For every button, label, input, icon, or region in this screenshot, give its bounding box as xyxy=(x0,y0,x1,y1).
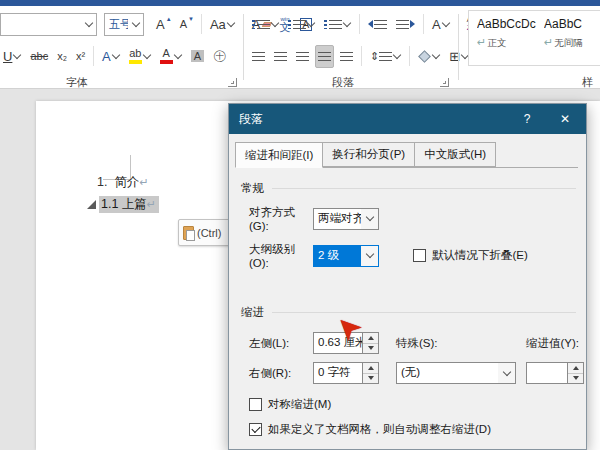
styles-gallery: AaBbCcDc ↵正文 AaBbC ↵无间隔 xyxy=(468,10,600,66)
section-general: 常规 xyxy=(241,181,576,196)
indent-right-label: 右侧(R): xyxy=(249,366,313,381)
align-left-button[interactable] xyxy=(249,45,268,68)
dialog-tabs: 缩进和间距(I) 换行和分页(P) 中文版式(H) xyxy=(235,142,578,168)
special-label: 特殊(S): xyxy=(396,336,516,351)
font-color-button[interactable]: A xyxy=(157,45,185,68)
tab-line-and-page-breaks[interactable]: 换行和分页(P) xyxy=(322,142,415,167)
decrease-indent-icon xyxy=(368,20,373,28)
clipboard-icon xyxy=(183,226,194,240)
align-right-button[interactable] xyxy=(293,45,312,68)
list-number: 1. xyxy=(97,175,107,189)
dialog-titlebar[interactable]: 段落 ? ✕ xyxy=(229,104,586,134)
spin-down[interactable] xyxy=(363,373,378,384)
justify-button[interactable] xyxy=(315,45,334,68)
multilevel-list-button[interactable] xyxy=(321,13,354,36)
tab-indents-and-spacing[interactable]: 缩进和间距(I) xyxy=(235,142,323,168)
special-dropdown[interactable]: (无) xyxy=(396,362,516,384)
pilcrow-icon: ↵ xyxy=(544,36,553,48)
indent-right-spinner[interactable]: 0 字符 xyxy=(313,362,379,384)
group-divider xyxy=(243,14,244,80)
heading-text: 简介 xyxy=(114,175,139,189)
chevron-down-icon[interactable] xyxy=(361,209,378,229)
indent-left-label: 左侧(L): xyxy=(249,336,313,351)
font-size-value: 五号 xyxy=(105,17,128,32)
text-highlight-button[interactable]: ab xyxy=(126,45,154,68)
mirror-indents-checkbox[interactable]: 对称缩进(M) xyxy=(249,397,576,412)
document-line-1: 1.简介↵ xyxy=(97,174,149,191)
font-dialog-launcher[interactable] xyxy=(228,78,237,87)
line-spacing-icon: ⇕ xyxy=(370,50,379,63)
paragraph-group-label: 段落 xyxy=(332,75,354,90)
text-effects-button[interactable]: A xyxy=(99,45,123,68)
paragraph-dialog-launcher[interactable] xyxy=(440,78,449,87)
tab-asian-typography[interactable]: 中文版式(H) xyxy=(414,142,496,167)
font-size-combobox[interactable]: 五号 xyxy=(104,13,144,36)
alignment-dropdown[interactable]: 两端对齐 xyxy=(313,208,379,230)
separator xyxy=(409,46,410,66)
character-shading-button[interactable]: A xyxy=(188,45,207,68)
selected-text[interactable]: 1.1 上篇↵ xyxy=(99,196,159,213)
adjust-right-indent-checkbox[interactable]: 如果定义了文档网格，则自动调整右缩进(D) xyxy=(249,422,576,437)
align-left-icon xyxy=(252,52,265,61)
enclose-characters-button[interactable]: ㊉ xyxy=(210,45,229,68)
caret-up-icon: ▲ xyxy=(166,16,172,22)
chevron-down-icon[interactable] xyxy=(361,246,378,266)
increase-indent-button[interactable] xyxy=(393,13,418,36)
checkbox-unchecked[interactable] xyxy=(413,249,426,262)
style-card-normal[interactable]: AaBbCcDc ↵正文 xyxy=(477,17,536,61)
ribbon-group-styles: AaBbCcDc ↵正文 AaBbC ↵无间隔 样式 xyxy=(460,6,600,88)
separator xyxy=(423,14,424,34)
decrease-indent-button[interactable] xyxy=(365,13,390,36)
grow-font-icon: A xyxy=(156,17,165,32)
style-card-no-spacing[interactable]: AaBbC ↵无间隔 xyxy=(544,17,600,61)
change-case-button[interactable]: Aa xyxy=(207,13,238,36)
indent-by-spinner[interactable] xyxy=(526,362,584,384)
bullet-list-icon xyxy=(257,20,270,29)
shrink-font-icon: A xyxy=(180,18,187,30)
ribbon: 五号 A ▲ A ▼ Aa A win xyxy=(0,6,600,89)
strikethrough-icon: abc xyxy=(30,50,48,62)
outline-level-dropdown[interactable]: 2 级 xyxy=(313,245,379,267)
chevron-down-icon[interactable] xyxy=(128,14,143,35)
help-button[interactable]: ? xyxy=(508,104,546,134)
line-spacing-button[interactable]: ⇕ xyxy=(367,45,404,68)
character-shading-icon: A xyxy=(191,50,204,62)
distribute-button[interactable] xyxy=(337,45,356,68)
chevron-down-icon[interactable] xyxy=(498,363,515,383)
paste-options-button[interactable]: (Ctrl) xyxy=(178,219,232,246)
numbered-list-button[interactable] xyxy=(285,13,318,36)
enclose-characters-icon: ㊉ xyxy=(213,47,226,65)
spin-down[interactable] xyxy=(568,373,583,384)
asian-layout-button[interactable]: A xyxy=(429,13,453,36)
separator xyxy=(201,14,202,34)
checkbox-unchecked[interactable] xyxy=(249,398,262,411)
close-icon[interactable]: ✕ xyxy=(546,104,584,134)
underline-button[interactable]: U xyxy=(0,45,24,68)
spin-down[interactable] xyxy=(363,343,378,354)
superscript-button[interactable]: x² xyxy=(73,45,88,68)
spin-up[interactable] xyxy=(363,333,378,343)
font-name-combobox[interactable] xyxy=(0,13,97,36)
pilcrow-icon: ↵ xyxy=(147,198,156,210)
collapsed-by-default-checkbox[interactable]: 默认情况下折叠(E) xyxy=(413,248,528,263)
chevron-down-icon[interactable] xyxy=(81,14,96,35)
section-indentation: 缩进 xyxy=(241,305,576,320)
grow-font-button[interactable]: A ▲ xyxy=(153,13,174,36)
collapse-triangle-icon[interactable] xyxy=(87,200,96,209)
style-name: 无间隔 xyxy=(554,37,583,48)
asian-layout-icon: A xyxy=(432,17,441,32)
subscript-button[interactable]: x₂ xyxy=(54,45,70,68)
spin-up[interactable] xyxy=(363,363,378,373)
justify-icon xyxy=(318,52,331,61)
shrink-font-button[interactable]: A ▼ xyxy=(177,13,196,36)
paint-bucket-icon xyxy=(418,50,431,63)
strikethrough-button[interactable]: abc xyxy=(27,45,51,68)
caret-down-icon: ▼ xyxy=(188,16,194,22)
spin-up[interactable] xyxy=(568,363,583,373)
shading-button[interactable] xyxy=(415,45,443,68)
checkbox-checked[interactable] xyxy=(249,423,262,436)
superscript-icon: x² xyxy=(76,50,85,62)
bullet-list-button[interactable] xyxy=(249,13,282,36)
separator xyxy=(361,46,362,66)
align-center-button[interactable] xyxy=(271,45,290,68)
